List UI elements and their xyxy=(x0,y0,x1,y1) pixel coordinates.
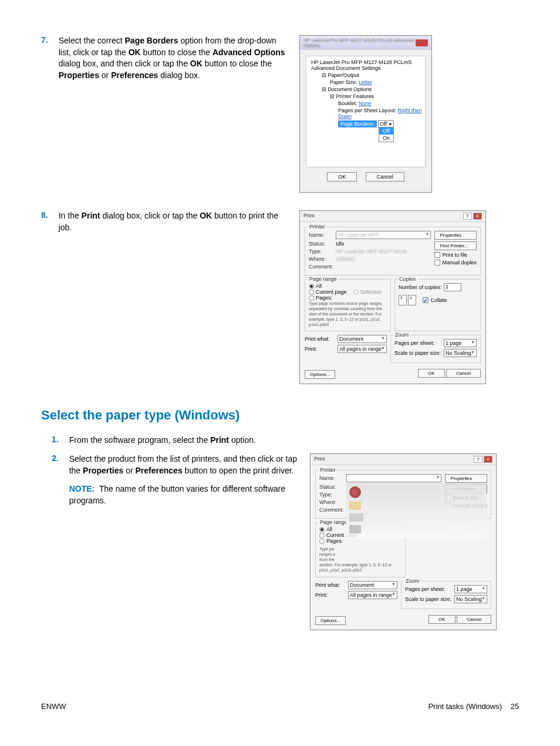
pages-per-sheet-select[interactable]: 1 page xyxy=(454,585,487,593)
step-number: 8. xyxy=(41,210,48,384)
step-7-image: HP LaserJet Pro MFP M127-M128 PCLmS Adva… xyxy=(299,35,432,193)
help-icon[interactable]: ? xyxy=(463,213,472,220)
cancel-button[interactable]: Cancel xyxy=(446,369,481,378)
name-label: Name: xyxy=(309,232,333,238)
print-title: Print xyxy=(314,456,325,463)
ok-button[interactable]: OK xyxy=(418,369,445,378)
copies-spinner[interactable]: 1 xyxy=(444,283,461,291)
all-radio[interactable] xyxy=(319,527,325,532)
section-title: Page range xyxy=(308,276,339,282)
close-icon[interactable]: × xyxy=(484,456,492,463)
step-number: 7. xyxy=(41,35,48,193)
footer-right: Print tasks (Windows) 25 xyxy=(428,702,519,711)
section-heading: Select the paper type (Windows) xyxy=(41,408,519,423)
all-radio[interactable] xyxy=(309,284,314,289)
tree-booklet[interactable]: Booklet: None xyxy=(309,100,423,107)
tree-root: HP LaserJet Pro MFP M127-M128 PCLmS Adva… xyxy=(309,59,423,72)
pages-radio[interactable] xyxy=(319,539,325,544)
step-8-text: 8. In the Print dialog box, click or tap… xyxy=(41,210,288,384)
printer-icon xyxy=(349,525,361,533)
tree-pps-layout[interactable]: Pages per Sheet Layout: Right then Down xyxy=(309,107,423,120)
pages-radio[interactable] xyxy=(309,295,314,301)
scale-select[interactable]: No Scaling xyxy=(454,595,487,603)
zoom-section: Zoom Pages per sheet:1 page Scale to pap… xyxy=(401,581,491,609)
properties-button[interactable]: Properties xyxy=(434,231,477,240)
ok-button[interactable]: OK xyxy=(429,615,456,624)
printer-name-select[interactable]: HP LaserJet MFP xyxy=(336,231,431,239)
print-title: Print xyxy=(303,213,315,220)
tree-paper-size[interactable]: Paper Size: Letter xyxy=(309,79,423,86)
comment-label: Comment: xyxy=(319,507,344,513)
cancel-button[interactable]: Cancel xyxy=(457,615,491,624)
dropdown-option-on[interactable]: On xyxy=(379,135,393,142)
dialog-titlebar: HP LaserJet Pro MFP M127-M128 PCLmS Adva… xyxy=(300,36,431,50)
step-body: Select the correct Page Borders option f… xyxy=(59,35,288,193)
tree-doc-options[interactable]: ⊟ Document Options xyxy=(309,86,423,93)
step-1-row: 1. From the software program, select the… xyxy=(41,435,519,446)
printer-list-popup[interactable] xyxy=(346,483,487,539)
dropdown-option-off[interactable]: Off xyxy=(379,127,393,135)
dropdown-list: Off On xyxy=(379,127,394,142)
close-icon[interactable]: × xyxy=(416,39,428,46)
current-page-radio[interactable] xyxy=(309,290,314,295)
step-7-text: 7. Select the correct Page Borders optio… xyxy=(41,35,288,193)
scale-select[interactable]: No Scaling xyxy=(444,349,477,357)
collate-icon xyxy=(399,295,416,305)
collate-checkbox[interactable]: ✓ xyxy=(423,297,429,303)
cancel-button[interactable]: Cancel xyxy=(366,172,404,182)
pages-per-sheet-select[interactable]: 1 page xyxy=(444,339,477,347)
step-8-image: Print ? × Printer Name:HP LaserJet MFP S… xyxy=(299,210,486,384)
tree-paper-output[interactable]: ⊟ Paper/Output xyxy=(309,72,423,79)
note-label: NOTE: xyxy=(69,484,95,493)
section-title: Zoom xyxy=(404,578,421,584)
find-printer-button[interactable]: Find Printer... xyxy=(434,241,477,250)
status-label: Status: xyxy=(309,241,333,247)
print-to-file-checkbox[interactable] xyxy=(434,252,440,258)
section-title: Page range xyxy=(318,519,349,525)
print-select[interactable]: All pages in range xyxy=(348,591,397,599)
dialog-body: HP LaserJet Pro MFP M127-M128 PCLmS Adva… xyxy=(300,50,431,192)
section-title: Printer xyxy=(318,467,338,473)
print-to-file-label: Print to file xyxy=(442,252,467,258)
section-title: Copies xyxy=(397,276,417,282)
dialog-buttons: OK Cancel xyxy=(306,167,426,186)
status-value: Idle xyxy=(336,241,345,247)
step-2-row: 2. Select the product from the list of p… xyxy=(41,453,519,630)
where-label: Where: xyxy=(319,499,344,505)
print-titlebar: Print ? × xyxy=(300,211,485,222)
print-body: Printer Name:HP LaserJet MFP Status:Idle… xyxy=(300,222,485,384)
step-2-image: Print ? × Printer Name: Status: Type: Wh… xyxy=(310,453,497,630)
ok-button[interactable]: OK xyxy=(327,172,357,182)
print-what-select[interactable]: Document xyxy=(348,581,397,589)
dialog-title: HP LaserJet Pro MFP M127-M128 PCLmS Adva… xyxy=(303,38,416,48)
tree-printer-features[interactable]: ⊟ Printer Features xyxy=(309,93,423,100)
printer-section: Printer Name:HP LaserJet MFP Status:Idle… xyxy=(305,227,481,275)
current-page-radio[interactable] xyxy=(319,533,325,538)
print-what-label: Print what: xyxy=(305,336,335,342)
step-7-row: 7. Select the correct Page Borders optio… xyxy=(41,35,519,193)
print-titlebar: Print ? × xyxy=(311,454,496,465)
step-2-text: 2. Select the product from the list of p… xyxy=(52,453,298,630)
print-label: Print: xyxy=(305,346,335,352)
page-borders-dropdown[interactable]: Off ▼ Off On xyxy=(378,120,394,127)
close-icon[interactable]: × xyxy=(473,213,482,220)
printer-icon xyxy=(349,486,361,498)
comment-label: Comment: xyxy=(309,264,333,270)
help-icon[interactable]: ? xyxy=(474,456,483,463)
manual-duplex-checkbox[interactable] xyxy=(434,260,440,266)
print-select[interactable]: All pages in range xyxy=(338,345,387,353)
tree-page-borders[interactable]: Page Borders: Off ▼ Off On xyxy=(309,120,423,128)
note-text: The name of the button varies for differ… xyxy=(69,484,285,505)
options-button[interactable]: Options... xyxy=(305,370,335,379)
step-body: From the software program, select the Pr… xyxy=(69,435,256,446)
options-button[interactable]: Options... xyxy=(315,616,346,625)
zoom-section: Zoom Pages per sheet:1 page Scale to pap… xyxy=(390,335,481,363)
printer-icon xyxy=(349,502,361,510)
selection-radio xyxy=(353,290,359,295)
page-footer: ENWW Print tasks (Windows) 25 xyxy=(41,702,519,711)
properties-button[interactable]: Properties xyxy=(445,474,487,483)
print-what-select[interactable]: Document xyxy=(338,335,387,343)
step-body: Select the product from the list of prin… xyxy=(69,453,298,630)
step-1-text: 1. From the software program, select the… xyxy=(52,435,298,446)
printer-name-select[interactable] xyxy=(346,474,441,482)
